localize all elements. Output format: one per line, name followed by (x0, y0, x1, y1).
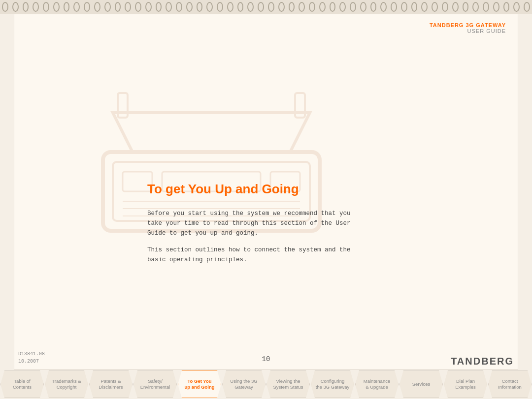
spiral-ring (206, 2, 213, 12)
spiral-ring (125, 2, 131, 12)
page-number: 10 (262, 355, 270, 363)
spiral-ring (104, 2, 111, 12)
spiral-ring (94, 2, 100, 12)
nav-tab-trademarks-copyright[interactable]: Trademarks &Copyright (45, 370, 88, 398)
spiral-ring (472, 2, 479, 12)
spiral-ring (156, 2, 162, 12)
spiral-ring (73, 2, 80, 12)
main-paragraph-2: This section outlines how to connect the… (147, 245, 354, 265)
spiral-ring (166, 2, 172, 12)
spiral-ring (391, 2, 397, 12)
spiral-ring (493, 2, 499, 12)
nav-tab-configuring-3g-gateway[interactable]: Configuringthe 3G Gateway (311, 370, 354, 398)
spiral-ring (524, 2, 530, 12)
nav-tab-safety-environmental[interactable]: Safety/Environmental (133, 370, 177, 398)
spiral-ring (421, 2, 428, 12)
spiral-binding (0, 0, 532, 14)
bottom-nav: Table ofContentsTrademarks &CopyrightPat… (0, 369, 532, 399)
spiral-ring (43, 2, 49, 12)
doc-id: D13841.08 (18, 350, 45, 358)
nav-tab-maintenance-upgrade[interactable]: Maintenance& Upgrade (355, 370, 399, 398)
header-brand: TANDBERG 3G GATEWAY (430, 22, 506, 28)
spiral-ring (258, 2, 264, 12)
tandberg-logo: TANDBERG (451, 356, 514, 367)
spiral-ring (197, 2, 203, 12)
main-paragraph-1: Before you start using the system we rec… (147, 209, 354, 238)
spiral-ring (227, 2, 233, 12)
spiral-ring (268, 2, 274, 12)
spiral-ring (217, 2, 223, 12)
page-title: To get You Up and Going (147, 182, 354, 197)
spiral-ring (23, 2, 29, 12)
spiral-ring (33, 2, 39, 12)
spiral-ring (401, 2, 407, 12)
brand-prefix: TANDBERG (430, 22, 464, 28)
nav-tab-dial-plan-examples[interactable]: Dial PlanExamples (444, 370, 487, 398)
page-area: TANDBERG 3G GATEWAY USER GUIDE To get Yo… (14, 14, 518, 369)
spiral-ring (278, 2, 285, 12)
spiral-ring (176, 2, 182, 12)
spiral-ring (299, 2, 305, 12)
spiral-ring (330, 2, 336, 12)
brand-product: 3G GATEWAY (466, 22, 506, 28)
spiral-ring (289, 2, 295, 12)
spiral-ring (370, 2, 377, 12)
doc-date: 10.2007 (18, 358, 45, 365)
spiral-ring (2, 2, 8, 12)
spiral-ring (503, 2, 510, 12)
spiral-ring (186, 2, 193, 12)
spiral-ring (350, 2, 356, 12)
spiral-ring (237, 2, 244, 12)
spiral-ring (84, 2, 90, 12)
nav-tab-services[interactable]: Services (399, 370, 443, 398)
spiral-ring (247, 2, 254, 12)
spiral-ring (309, 2, 315, 12)
spiral-ring (380, 2, 387, 12)
nav-tab-contact-information[interactable]: ContactInformation (488, 370, 532, 398)
spiral-ring (452, 2, 459, 12)
main-content: To get You Up and Going Before you start… (147, 182, 354, 272)
spiral-ring (513, 2, 520, 12)
spiral-ring (442, 2, 448, 12)
spiral-ring (360, 2, 366, 12)
header: TANDBERG 3G GATEWAY USER GUIDE (430, 22, 506, 34)
spiral-ring (411, 2, 418, 12)
nav-tab-using-3g-gateway[interactable]: Using the 3GGateway (222, 370, 266, 398)
spiral-ring (64, 2, 70, 12)
spiral-ring (135, 2, 141, 12)
spiral-ring (463, 2, 469, 12)
nav-tab-viewing-system-status[interactable]: Viewing theSystem Status (266, 370, 310, 398)
header-guide: USER GUIDE (430, 28, 506, 34)
spiral-ring (115, 2, 121, 12)
spiral-ring (53, 2, 60, 12)
nav-tab-table-of-contents[interactable]: Table ofContents (0, 370, 44, 398)
spiral-ring (145, 2, 152, 12)
spiral-ring (339, 2, 346, 12)
doc-info: D13841.08 10.2007 (18, 350, 45, 365)
nav-tab-patents-disclaimers[interactable]: Patents &Disclaimers (89, 370, 133, 398)
spiral-ring (12, 2, 19, 12)
nav-tab-get-you-up-going[interactable]: To Get Youup and Going (178, 370, 221, 398)
spiral-ring (319, 2, 326, 12)
spiral-ring (483, 2, 489, 12)
spiral-ring (432, 2, 438, 12)
